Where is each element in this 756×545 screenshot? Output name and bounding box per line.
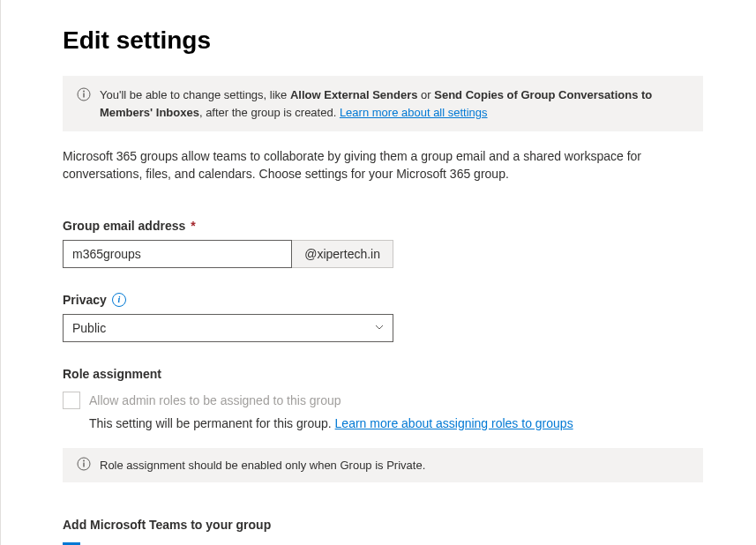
role-assignment-heading: Role assignment	[63, 367, 703, 381]
info-icon	[77, 87, 91, 121]
svg-point-4	[83, 459, 85, 461]
group-email-input[interactable]	[63, 240, 292, 268]
role-assignment-help: This setting will be permanent for this …	[89, 416, 703, 430]
learn-more-roles-link[interactable]: Learn more about assigning roles to grou…	[335, 416, 573, 430]
teams-section: Add Microsoft Teams to your group Create…	[63, 518, 703, 545]
role-assignment-note: Role assignment should be enabled only w…	[63, 448, 703, 482]
role-assignment-section: Role assignment Allow admin roles to be …	[63, 367, 703, 482]
create-team-checkbox[interactable]	[63, 542, 80, 545]
allow-admin-roles-label: Allow admin roles to be assigned to this…	[89, 393, 341, 407]
info-banner: You'll be able to change settings, like …	[63, 76, 703, 131]
privacy-label: Privacy i	[63, 293, 703, 307]
info-banner-text: You'll be able to change settings, like …	[100, 86, 689, 121]
privacy-info-icon[interactable]: i	[112, 293, 126, 307]
learn-more-settings-link[interactable]: Learn more about all settings	[340, 106, 488, 119]
privacy-field: Privacy i Public	[63, 293, 703, 342]
role-assignment-note-text: Role assignment should be enabled only w…	[100, 459, 425, 472]
svg-rect-2	[83, 93, 84, 98]
required-indicator: *	[191, 219, 195, 233]
svg-point-1	[83, 91, 85, 93]
page-title: Edit settings	[63, 26, 703, 55]
group-email-domain: @xipertech.in	[292, 240, 393, 268]
page-description: Microsoft 365 groups allow teams to coll…	[63, 147, 703, 183]
svg-rect-5	[83, 462, 84, 467]
group-email-label: Group email address *	[63, 219, 703, 233]
privacy-select[interactable]: Public	[63, 314, 393, 342]
teams-heading: Add Microsoft Teams to your group	[63, 518, 703, 532]
info-icon	[77, 457, 91, 474]
allow-admin-roles-checkbox	[63, 392, 80, 409]
group-email-field: Group email address * @xipertech.in	[63, 219, 703, 268]
